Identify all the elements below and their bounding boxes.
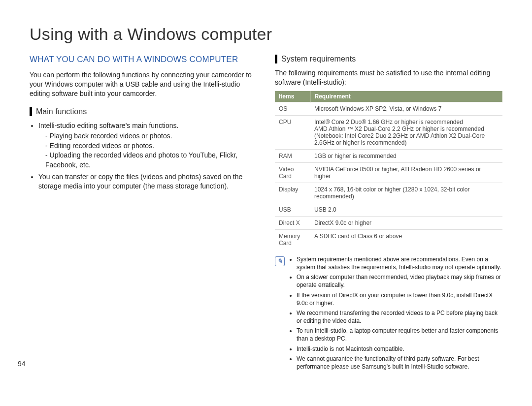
list-item: Playing back recorded videos or photos. bbox=[45, 131, 257, 141]
list-item: To run Intelli-studio, a laptop computer… bbox=[297, 327, 502, 343]
table-cell-req: A SDHC card of Class 6 or above bbox=[310, 229, 502, 250]
right-column: System requirements The following requir… bbox=[275, 55, 502, 373]
list-item: Intelli-studio is not Macintosh compatib… bbox=[297, 345, 502, 353]
table-cell-req: Microsoft Windows XP SP2, Vista, or Wind… bbox=[310, 102, 502, 115]
table-row: Video Card NVIDIA GeForce 8500 or higher… bbox=[275, 162, 502, 183]
table-row: USB USB 2.0 bbox=[275, 203, 502, 216]
page-number: 94 bbox=[18, 360, 26, 368]
notes-list: System requirements mentioned above are … bbox=[289, 255, 502, 373]
list-item: Uploading the recorded videos and photos… bbox=[45, 151, 257, 170]
table-cell-item: Display bbox=[275, 183, 310, 203]
system-requirements-heading: System requirements bbox=[275, 55, 502, 63]
table-header-items: Items bbox=[275, 91, 310, 102]
table-cell-item: RAM bbox=[275, 149, 310, 162]
table-header-requirement: Requirement bbox=[310, 91, 502, 102]
table-cell-item: USB bbox=[275, 203, 310, 216]
list-item: On a slower computer than recommended, v… bbox=[297, 273, 502, 289]
list-item: Intelli-studio editing software's main f… bbox=[38, 121, 257, 170]
note-icon: ✎ bbox=[275, 256, 285, 266]
list-item: We cannot guarantee the functionality of… bbox=[297, 355, 502, 371]
table-cell-item: Video Card bbox=[275, 162, 310, 183]
list-item: Editing recorded videos or photos. bbox=[45, 141, 257, 151]
table-cell-item: Memory Card bbox=[275, 229, 310, 250]
page-title: Using with a Windows computer bbox=[30, 25, 502, 44]
table-header-row: Items Requirement bbox=[275, 91, 502, 102]
table-cell-req: Intel® Core 2 Duo® 1.66 GHz or higher is… bbox=[310, 115, 502, 149]
main-functions-list: Intelli-studio editing software's main f… bbox=[30, 121, 257, 191]
list-item: If the version of DirectX on your comput… bbox=[297, 291, 502, 307]
list-item: You can transfer or copy the files (vide… bbox=[38, 172, 257, 191]
table-cell-item: OS bbox=[275, 102, 310, 115]
notes-block: ✎ System requirements mentioned above ar… bbox=[275, 255, 502, 373]
table-row: Direct X DirectX 9.0c or higher bbox=[275, 216, 502, 229]
left-intro: You can perform the following functions … bbox=[30, 70, 257, 98]
table-cell-req: 1GB or higher is recommended bbox=[310, 149, 502, 162]
table-row: RAM 1GB or higher is recommended bbox=[275, 149, 502, 162]
system-requirements-intro: The following requirements must be satis… bbox=[275, 68, 502, 87]
table-row: Memory Card A SDHC card of Class 6 or ab… bbox=[275, 229, 502, 250]
table-row: OS Microsoft Windows XP SP2, Vista, or W… bbox=[275, 102, 502, 115]
left-column: WHAT YOU CAN DO WITH A WINDOWS COMPUTER … bbox=[30, 55, 257, 373]
table-cell-req: DirectX 9.0c or higher bbox=[310, 216, 502, 229]
table-cell-req: NVIDIA GeForce 8500 or higher, ATI Radeo… bbox=[310, 162, 502, 183]
content-columns: WHAT YOU CAN DO WITH A WINDOWS COMPUTER … bbox=[30, 55, 502, 373]
list-item: We recommend transferring the recorded v… bbox=[297, 309, 502, 325]
bullet-text: Intelli-studio editing software's main f… bbox=[38, 122, 178, 129]
section-heading: WHAT YOU CAN DO WITH A WINDOWS COMPUTER bbox=[30, 55, 257, 64]
table-cell-item: CPU bbox=[275, 115, 310, 149]
table-cell-req: USB 2.0 bbox=[310, 203, 502, 216]
table-row: CPU Intel® Core 2 Duo® 1.66 GHz or highe… bbox=[275, 115, 502, 149]
table-row: Display 1024 x 768, 16-bit color or high… bbox=[275, 183, 502, 203]
table-cell-item: Direct X bbox=[275, 216, 310, 229]
table-cell-req: 1024 x 768, 16-bit color or higher (1280… bbox=[310, 183, 502, 203]
requirements-table: Items Requirement OS Microsoft Windows X… bbox=[275, 91, 502, 250]
main-functions-heading: Main functions bbox=[30, 107, 257, 116]
sub-list: Playing back recorded videos or photos. … bbox=[38, 131, 257, 170]
list-item: System requirements mentioned above are … bbox=[297, 255, 502, 271]
